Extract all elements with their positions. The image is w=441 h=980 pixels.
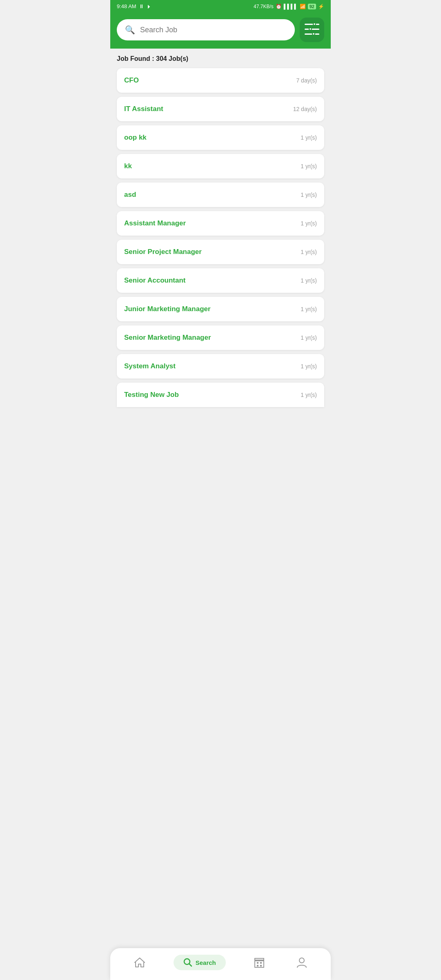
job-time: 1 yr(s): [301, 392, 317, 398]
battery-icon: 92: [308, 4, 316, 9]
job-title: Senior Accountant: [124, 276, 186, 285]
pause-icon: ⏸: [139, 3, 144, 9]
job-time: 12 day(s): [293, 106, 317, 112]
job-card[interactable]: Junior Marketing Manager1 yr(s): [117, 297, 324, 321]
job-time: 1 yr(s): [301, 306, 317, 312]
job-time: 1 yr(s): [301, 220, 317, 227]
job-count-label: Job Found : 304 Job(s): [117, 55, 324, 62]
job-card[interactable]: kk1 yr(s): [117, 154, 324, 178]
job-title: Junior Marketing Manager: [124, 305, 211, 313]
job-card[interactable]: asd1 yr(s): [117, 183, 324, 207]
job-card[interactable]: Testing New Job1 yr(s): [117, 383, 324, 407]
job-card[interactable]: IT Assistant12 day(s): [117, 97, 324, 121]
alarm-icon: ⏰: [276, 4, 282, 9]
job-list: CFO7 day(s)IT Assistant12 day(s)oop kk1 …: [117, 68, 324, 407]
job-card[interactable]: Senior Accountant1 yr(s): [117, 268, 324, 293]
signal-icon: ▌▌▌▌: [284, 4, 298, 9]
job-time: 1 yr(s): [301, 249, 317, 255]
job-time: 1 yr(s): [301, 192, 317, 198]
job-card[interactable]: CFO7 day(s): [117, 68, 324, 93]
job-card[interactable]: Senior Project Manager1 yr(s): [117, 240, 324, 264]
job-card[interactable]: System Analyst1 yr(s): [117, 354, 324, 379]
status-right: 47.7KB/s ⏰ ▌▌▌▌ 📶 92 ⚡: [254, 4, 324, 9]
job-time: 1 yr(s): [301, 277, 317, 284]
search-input[interactable]: [140, 26, 287, 34]
filter-button[interactable]: [300, 18, 324, 42]
charging-icon: ⚡: [318, 4, 324, 9]
job-time: 1 yr(s): [301, 134, 317, 141]
status-bar: 9:48 AM ⏸ ⏵ 47.7KB/s ⏰ ▌▌▌▌ 📶 92 ⚡: [110, 0, 331, 13]
job-title: Testing New Job: [124, 391, 179, 399]
job-title: Senior Project Manager: [124, 248, 202, 256]
wifi-icon: 📶: [300, 4, 306, 9]
job-card[interactable]: oop kk1 yr(s): [117, 125, 324, 150]
network-speed: 47.7KB/s: [254, 4, 274, 9]
job-title: asd: [124, 191, 136, 199]
status-time: 9:48 AM: [117, 3, 136, 9]
job-card[interactable]: Senior Marketing Manager1 yr(s): [117, 325, 324, 350]
job-time: 1 yr(s): [301, 334, 317, 341]
job-time: 7 day(s): [296, 77, 317, 84]
cast-icon: ⏵: [147, 3, 152, 9]
status-left: 9:48 AM ⏸ ⏵: [117, 3, 152, 9]
job-time: 1 yr(s): [301, 163, 317, 169]
job-title: Senior Marketing Manager: [124, 334, 211, 342]
job-title: IT Assistant: [124, 105, 163, 113]
filter-icon: [305, 24, 319, 36]
content-area: Job Found : 304 Job(s) CFO7 day(s)IT Ass…: [110, 49, 331, 414]
job-card[interactable]: Assistant Manager1 yr(s): [117, 211, 324, 236]
header: 🔍: [110, 13, 331, 49]
job-title: System Analyst: [124, 362, 176, 370]
job-title: kk: [124, 162, 132, 170]
job-time: 1 yr(s): [301, 363, 317, 370]
job-title: oop kk: [124, 134, 147, 142]
job-title: CFO: [124, 76, 139, 85]
search-icon: 🔍: [125, 25, 135, 35]
search-bar-container[interactable]: 🔍: [117, 19, 295, 40]
job-title: Assistant Manager: [124, 219, 186, 227]
